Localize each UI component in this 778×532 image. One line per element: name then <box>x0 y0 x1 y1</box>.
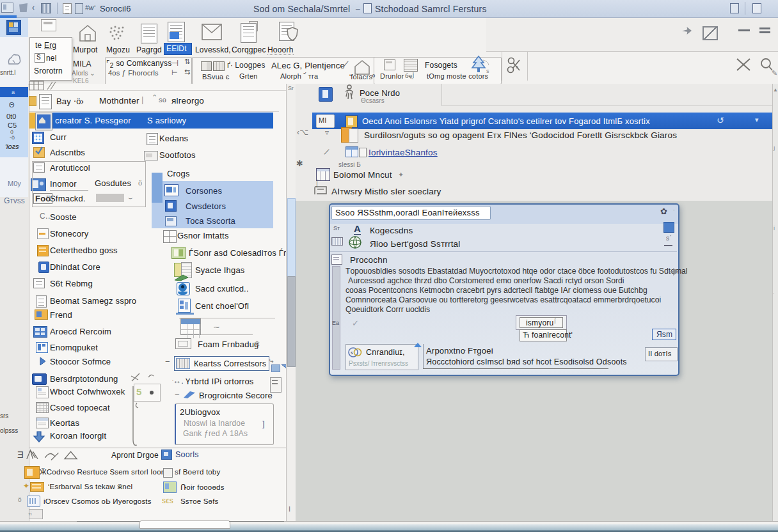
svg-text:s: s <box>516 64 518 70</box>
svg-text:ѕ: ѕ <box>351 350 353 356</box>
